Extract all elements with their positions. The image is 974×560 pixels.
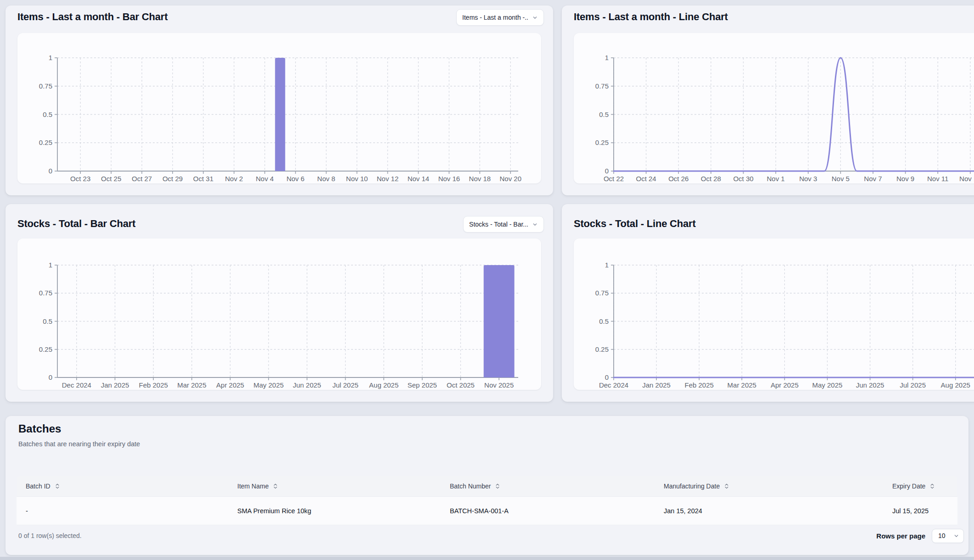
svg-text:0: 0 xyxy=(49,167,52,175)
svg-text:0.5: 0.5 xyxy=(599,317,609,325)
chevron-down-icon xyxy=(953,533,959,539)
svg-text:Jul 2025: Jul 2025 xyxy=(900,381,926,389)
column-header-item-name[interactable]: Item Name xyxy=(237,482,450,490)
sort-chevrons-icon xyxy=(54,483,61,489)
items-line-chart: 00.250.50.751Oct 22Oct 24Oct 26Oct 28Oct… xyxy=(574,33,974,183)
svg-text:Nov 5: Nov 5 xyxy=(832,175,850,183)
svg-text:Nov 11: Nov 11 xyxy=(927,175,948,183)
svg-text:1: 1 xyxy=(605,261,609,269)
column-header-batch-id[interactable]: Batch ID xyxy=(17,482,237,490)
rows-per-page-value: 10 xyxy=(938,532,946,539)
svg-text:Nov 2025: Nov 2025 xyxy=(484,381,514,389)
svg-text:Nov 4: Nov 4 xyxy=(256,175,274,183)
svg-text:Oct 24: Oct 24 xyxy=(636,175,656,183)
svg-text:0.75: 0.75 xyxy=(39,289,52,297)
svg-text:Apr 2025: Apr 2025 xyxy=(216,381,244,389)
svg-text:Nov 18: Nov 18 xyxy=(469,175,491,183)
items-line-title: Items - Last a month - Line Chart xyxy=(574,11,728,23)
svg-text:Oct 2025: Oct 2025 xyxy=(447,381,475,389)
svg-text:Dec 2024: Dec 2024 xyxy=(62,381,91,389)
column-header-batch-number[interactable]: Batch Number xyxy=(450,482,664,490)
svg-text:0.75: 0.75 xyxy=(595,82,609,90)
window-bottom-edge xyxy=(0,557,974,560)
items-bar-title: Items - Last a month - Bar Chart xyxy=(17,11,168,23)
chevron-down-icon xyxy=(532,222,538,227)
svg-text:0.25: 0.25 xyxy=(39,139,52,146)
svg-text:Nov 13: Nov 13 xyxy=(959,175,974,183)
items-chart-select[interactable]: Items - Last a month -.. xyxy=(456,9,544,26)
svg-text:Nov 3: Nov 3 xyxy=(799,175,817,183)
stocks-bar-chart: 00.250.50.751Dec 2024Jan 2025Feb 2025Mar… xyxy=(17,238,541,390)
svg-text:0.75: 0.75 xyxy=(39,82,52,90)
batches-panel: Batches Batches that are nearing their e… xyxy=(6,416,968,555)
svg-text:Oct 23: Oct 23 xyxy=(70,175,90,183)
items-bar-panel: Items - Last a month - Bar Chart Items -… xyxy=(6,6,553,195)
svg-text:Jul 2025: Jul 2025 xyxy=(332,381,358,389)
sort-chevrons-icon xyxy=(723,483,730,489)
batches-table: Batch ID Item Name Batch Number xyxy=(17,476,957,525)
rows-per-page-label: Rows per page xyxy=(876,532,925,540)
stocks-line-chart: 00.250.50.751Dec 2024Jan 2025Feb 2025Mar… xyxy=(574,238,974,390)
svg-text:Nov 14: Nov 14 xyxy=(408,175,430,183)
column-header-manufacturing-date[interactable]: Manufacturing Date xyxy=(664,482,892,490)
svg-text:Nov 1: Nov 1 xyxy=(767,175,785,183)
svg-text:Oct 22: Oct 22 xyxy=(604,175,624,183)
svg-text:0.5: 0.5 xyxy=(43,111,52,118)
svg-text:0: 0 xyxy=(605,167,609,175)
svg-text:Oct 30: Oct 30 xyxy=(733,175,753,183)
items-chart-select-value: Items - Last a month -.. xyxy=(462,14,528,21)
svg-text:Mar 2025: Mar 2025 xyxy=(177,381,206,389)
svg-text:0: 0 xyxy=(605,373,609,381)
items-bar-chart-card: 00.250.50.751Oct 23Oct 25Oct 27Oct 29Oct… xyxy=(17,33,541,183)
svg-text:Oct 29: Oct 29 xyxy=(162,175,183,183)
svg-text:Oct 25: Oct 25 xyxy=(101,175,121,183)
svg-text:Nov 2: Nov 2 xyxy=(225,175,243,183)
svg-text:Oct 28: Oct 28 xyxy=(701,175,721,183)
svg-text:Jan 2025: Jan 2025 xyxy=(101,381,129,389)
svg-text:Nov 12: Nov 12 xyxy=(377,175,399,183)
stocks-line-title: Stocks - Total - Line Chart xyxy=(574,218,696,230)
svg-text:Jun 2025: Jun 2025 xyxy=(293,381,321,389)
stocks-line-panel: Stocks - Total - Line Chart 00.250.50.75… xyxy=(562,204,974,402)
svg-text:Nov 20: Nov 20 xyxy=(500,175,522,183)
svg-text:Nov 7: Nov 7 xyxy=(864,175,882,183)
sort-chevrons-icon xyxy=(272,483,279,489)
svg-text:Dec 2024: Dec 2024 xyxy=(599,381,628,389)
table-footer: 0 of 1 row(s) selected. Rows per page 10 xyxy=(18,527,964,544)
rows-selected-status: 0 of 1 row(s) selected. xyxy=(18,532,82,539)
svg-text:May 2025: May 2025 xyxy=(253,381,284,389)
batches-title: Batches xyxy=(18,422,61,435)
svg-text:Nov 6: Nov 6 xyxy=(286,175,304,183)
svg-text:May 2025: May 2025 xyxy=(812,381,843,389)
stocks-bar-panel: Stocks - Total - Bar Chart Stocks - Tota… xyxy=(6,204,553,402)
svg-text:0: 0 xyxy=(49,373,52,381)
svg-text:Aug 2025: Aug 2025 xyxy=(369,381,398,389)
svg-text:0.75: 0.75 xyxy=(595,289,609,297)
stocks-bar-title: Stocks - Total - Bar Chart xyxy=(17,218,135,230)
items-line-panel: Items - Last a month - Line Chart 00.250… xyxy=(562,6,974,195)
svg-text:1: 1 xyxy=(605,54,609,61)
column-header-expiry-date[interactable]: Expiry Date xyxy=(892,482,957,490)
items-bar-chart: 00.250.50.751Oct 23Oct 25Oct 27Oct 29Oct… xyxy=(17,33,541,183)
svg-text:0.5: 0.5 xyxy=(599,111,609,118)
svg-text:Oct 27: Oct 27 xyxy=(132,175,152,183)
svg-text:Mar 2025: Mar 2025 xyxy=(728,381,756,389)
rows-per-page: Rows per page 10 xyxy=(876,529,964,543)
items-line-chart-card: 00.250.50.751Oct 22Oct 24Oct 26Oct 28Oct… xyxy=(574,33,974,183)
svg-text:Nov 16: Nov 16 xyxy=(438,175,460,183)
svg-text:Apr 2025: Apr 2025 xyxy=(771,381,799,389)
rows-per-page-select[interactable]: 10 xyxy=(932,529,964,543)
svg-text:Jan 2025: Jan 2025 xyxy=(642,381,671,389)
stocks-bar-chart-card: 00.250.50.751Dec 2024Jan 2025Feb 2025Mar… xyxy=(17,238,541,390)
svg-text:Aug 2025: Aug 2025 xyxy=(941,381,970,389)
cell-item-name: SMA Premium Rice 10kg xyxy=(237,507,450,515)
svg-text:Oct 31: Oct 31 xyxy=(193,175,213,183)
svg-text:Oct 26: Oct 26 xyxy=(668,175,689,183)
cell-manufacturing-date: Jan 15, 2024 xyxy=(664,507,892,515)
svg-text:0.5: 0.5 xyxy=(43,317,52,325)
cell-batch-id: - xyxy=(17,507,237,515)
table-row[interactable]: - SMA Premium Rice 10kg BATCH-SMA-001-A … xyxy=(17,497,957,525)
stocks-chart-select[interactable]: Stocks - Total - Bar... xyxy=(463,216,544,233)
svg-text:0.25: 0.25 xyxy=(39,345,52,353)
cell-expiry-date: Jul 15, 2025 xyxy=(892,507,957,515)
